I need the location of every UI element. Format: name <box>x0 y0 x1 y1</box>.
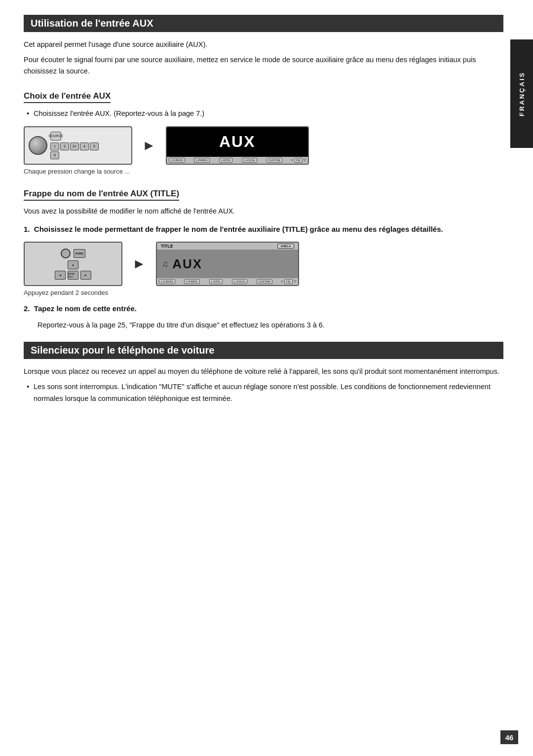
subsection2-intro: Vous avez la possibilité de modifier le … <box>24 206 503 217</box>
pwrfl-btn: ▷PWRFL <box>194 158 210 163</box>
num-btn-6: 6 <box>50 151 59 159</box>
num-btn-4: 4 <box>80 143 89 150</box>
section1-title: Utilisation de l'entrée AUX <box>31 18 153 29</box>
subsection1-header: Choix de l'entrée AUX <box>24 91 111 103</box>
step1-text: 1. Choisissez le mode permettant de frap… <box>24 225 443 233</box>
title-icon-symbol: ♫ <box>162 259 169 269</box>
sidebar-tab: FRANÇAIS <box>510 39 533 148</box>
title-ntrl-btn: ▷NTRL <box>209 279 223 284</box>
vocal-btn: ▷VOCAL <box>242 158 258 163</box>
arrow-right-2: ► <box>132 256 146 272</box>
nav-section: ▲ ◄ BAND ESC ► <box>55 260 91 280</box>
title-label: TITLE <box>161 244 173 249</box>
title-fie-btn: FIE <box>284 279 293 284</box>
tape-icon-left: ▿ <box>291 158 293 162</box>
subsection1-bullet1-text: Choisissez l'entrée AUX. (Reportez-vous … <box>34 109 204 117</box>
page-number-text: 46 <box>505 733 514 742</box>
arrow-right-1: ► <box>142 138 156 153</box>
section2-header: Silencieux pour le téléphone de voiture <box>24 342 503 359</box>
title-display: ♫ AUX <box>157 250 298 278</box>
step2-body: Reportez-vous à la page 25, "Frappe du t… <box>38 320 503 331</box>
subsection1-bullet1: Choisissez l'entrée AUX. (Reportez-vous … <box>34 108 503 119</box>
aux-display-text: AUX <box>219 133 256 151</box>
subsection1-header-wrap: Choix de l'entrée AUX <box>24 82 503 108</box>
title-custom-btn: CUSTOM <box>257 279 272 284</box>
title-pwrfl-btn: ▷PWRFL <box>184 279 200 284</box>
step2-text: 2. Tapez le nom de cette entrée. <box>24 304 137 313</box>
func-row-top: FUNC <box>61 249 85 258</box>
nav-right: ► <box>80 271 91 280</box>
section2-bullet1: Les sons sont interrompus. L'indication … <box>34 381 503 404</box>
small-knob <box>61 249 71 258</box>
aux-display: AUX <box>167 127 308 157</box>
title-tape-right: ▽ <box>294 280 296 284</box>
section2-bullet1-text: Les sons sont interrompus. L'indication … <box>34 383 491 402</box>
title-bottom-bar: ▷S.BASS ▷PWRFL ▷NTRL ▷VOCAL CUSTOM ▿ FIE… <box>157 278 298 285</box>
step2-label: 2. Tapez le nom de cette entrée. <box>24 303 503 315</box>
nav-row2: ◄ BAND ESC ► <box>55 271 91 280</box>
custom-btn: CUSTOM <box>266 158 282 163</box>
func-button: FUNC <box>74 249 85 258</box>
band-esc-label: BAND ESC <box>68 272 78 278</box>
page-wrapper: FRANÇAIS Utilisation de l'entrée AUX Cet… <box>0 0 533 756</box>
ntrl-btn: ▷NTRL <box>219 158 232 163</box>
sbass-btn: ▷S.BASS <box>169 158 185 163</box>
num-btn-1: 1 <box>50 143 59 150</box>
section2-title: Silencieux pour le téléphone de voiture <box>31 345 214 356</box>
step1-label: 1. Choisissez le mode permettant de frap… <box>24 224 503 235</box>
caption1: Chaque pression change la source ... <box>24 168 503 175</box>
sel-label: ◄SEL► <box>280 245 292 248</box>
device-panel-aux: AUX ▷S.BASS ▷PWRFL ▷NTRL ▷VOCAL CUSTOM ▿… <box>166 126 309 165</box>
nav-row1: ▲ <box>68 260 78 269</box>
section2-intro: Lorsque vous placez ou recevez un appel … <box>24 366 503 377</box>
page-number: 46 <box>500 730 518 744</box>
device-panel-source: SOURCE 1 2 3+ 4 5 6 <box>24 126 132 165</box>
title-tape-left: ▿ <box>281 280 283 284</box>
title-display-text: AUX <box>172 256 202 272</box>
title-fie-section: ▿ FIE ▽ <box>281 279 296 284</box>
band-esc-btn: BAND ESC <box>68 271 78 280</box>
aux-bottom-bar: ▷S.BASS ▷PWRFL ▷NTRL ▷VOCAL CUSTOM ▿ FIE… <box>167 157 308 164</box>
main-content: Utilisation de l'entrée AUX Cet appareil… <box>24 0 503 437</box>
loud-knob <box>29 136 47 155</box>
device-panel-title: TITLE ◄SEL► ♫ AUX ▷S.BASS ▷PWRFL ▷NTRL ▷… <box>156 242 299 286</box>
source-section: SOURCE 1 2 3+ 4 5 6 <box>50 132 100 159</box>
device-panel-source-inner: SOURCE 1 2 3+ 4 5 6 <box>25 127 131 164</box>
section1-intro2: Pour écouter le signal fourni par une so… <box>24 54 503 77</box>
subsection2-header-wrap: Frappe du nom de l'entrée AUX (TITLE) <box>24 180 503 206</box>
nav-up: ▲ <box>68 260 78 269</box>
title-top-bar: TITLE ◄SEL► <box>157 243 298 250</box>
title-vocal-btn: ▷VOCAL <box>232 279 248 284</box>
num-btn-2: 2 <box>60 143 69 150</box>
figure-row-1: SOURCE 1 2 3+ 4 5 6 ► <box>24 126 503 165</box>
source-button: SOURCE <box>50 132 61 141</box>
tape-icon-right: ▽ <box>304 158 306 162</box>
section1-intro1: Cet appareil permet l'usage d'une source… <box>24 39 503 50</box>
nav-left: ◄ <box>55 271 66 280</box>
fie-btn: FIE <box>294 158 303 163</box>
title-sbass-btn: ▷S.BASS <box>159 279 175 284</box>
figure-row-2: FUNC ▲ ◄ BAND ESC ► <box>24 242 503 286</box>
sel-button: ◄SEL► <box>277 244 294 249</box>
section1-header: Utilisation de l'entrée AUX <box>24 15 503 32</box>
func-inner: FUNC ▲ ◄ BAND ESC ► <box>25 243 121 285</box>
device-panel-func: FUNC ▲ ◄ BAND ESC ► <box>24 242 122 286</box>
sidebar-label: FRANÇAIS <box>518 71 526 116</box>
num-buttons-row: 1 2 3+ 4 5 6 <box>50 143 100 159</box>
num-btn-5: 5 <box>90 143 99 150</box>
num-btn-3: 3+ <box>70 143 79 150</box>
caption2: Appuyez pendant 2 secondes <box>24 289 503 296</box>
subsection2-header: Frappe du nom de l'entrée AUX (TITLE) <box>24 189 179 201</box>
fie-section: ▿ FIE ▽ <box>291 158 306 163</box>
func-btn-label: FUNC <box>76 252 84 255</box>
source-btn-label: SOURCE <box>48 134 63 138</box>
